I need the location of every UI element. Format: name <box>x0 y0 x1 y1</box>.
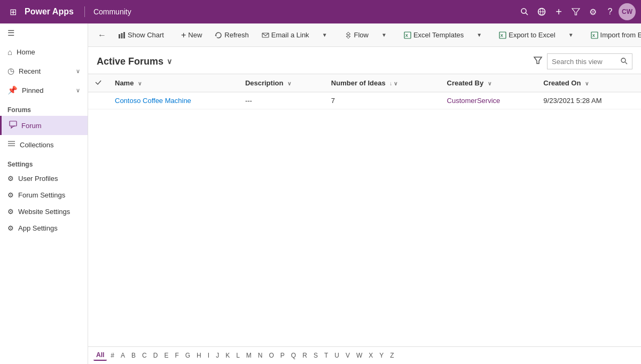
sidebar-item-forum[interactable]: Forum <box>0 116 88 135</box>
alpha-btn-r[interactable]: R <box>300 351 310 360</box>
email-link-button[interactable]: Email a Link <box>256 28 315 42</box>
community-label: Community <box>93 7 131 16</box>
search-icon[interactable] <box>516 3 533 20</box>
col-ideas[interactable]: Number of Ideas ↓ ∨ <box>325 74 441 92</box>
alpha-btn-u[interactable]: U <box>332 351 342 360</box>
alpha-btn-c[interactable]: C <box>139 351 150 360</box>
description-sort-icon: ∨ <box>287 81 291 86</box>
forum-name-link[interactable]: Contoso Coffee Machine <box>115 97 191 105</box>
recent-icon: ◷ <box>7 66 14 76</box>
row-name[interactable]: Contoso Coffee Machine <box>108 92 239 109</box>
sidebar-item-recent[interactable]: ◷ Recent ∨ <box>0 61 88 81</box>
alphabet-nav: All#ABCDEFGHIJKLMNOPQRSTUVWXYZ <box>88 346 641 364</box>
nav-divider <box>84 6 85 17</box>
help-icon[interactable]: ? <box>601 3 619 20</box>
home-label: Home <box>17 48 35 56</box>
alpha-btn-m[interactable]: M <box>244 351 254 360</box>
sidebar-item-home[interactable]: ⌂ Home <box>0 43 88 61</box>
excel-templates-chevron[interactable]: ▼ <box>471 29 487 41</box>
excel-templates-button[interactable]: X Excel Templates <box>398 28 469 42</box>
ideas-sort-icon: ↓ ∨ <box>389 81 397 86</box>
alpha-btn-q[interactable]: Q <box>288 351 299 360</box>
alpha-btn-z[interactable]: Z <box>387 351 396 360</box>
toolbar: ← Show Chart + New Refresh Email a Link … <box>88 23 641 47</box>
sidebar-item-hamburger[interactable]: ☰ <box>0 23 88 43</box>
app-settings-icon: ⚙ <box>7 224 14 232</box>
row-ideas: 7 <box>325 92 441 109</box>
data-table: Name ∨ Description ∨ Number of Ideas ↓ ∨ <box>88 74 641 346</box>
main-content: ← Show Chart + New Refresh Email a Link … <box>88 23 641 364</box>
alpha-btn-h[interactable]: H <box>194 351 204 360</box>
svg-text:X: X <box>592 34 595 37</box>
top-nav: ⊞ Power Apps Community + ⚙ ? CW <box>0 0 641 23</box>
svg-point-0 <box>521 9 526 13</box>
row-created-by[interactable]: CustomerService <box>441 92 537 109</box>
sidebar: ☰ ⌂ Home ◷ Recent ∨ 📌 Pinned ∨ Forums Fo… <box>0 23 88 364</box>
svg-line-1 <box>526 13 528 15</box>
svg-text:X: X <box>501 34 503 37</box>
globe-icon[interactable] <box>533 3 550 20</box>
created-by-link[interactable]: CustomerService <box>447 97 501 105</box>
col-created-on[interactable]: Created On ∨ <box>537 74 641 92</box>
sidebar-item-user-profiles[interactable]: ⚙ User Profiles <box>0 170 88 187</box>
waffle-icon[interactable]: ⊞ <box>5 4 20 19</box>
search-box <box>547 53 632 69</box>
flow-button[interactable]: Flow <box>339 28 374 42</box>
alpha-btn-b[interactable]: B <box>129 351 138 360</box>
alpha-btn-p[interactable]: P <box>278 351 287 360</box>
sidebar-item-website-settings[interactable]: ⚙ Website Settings <box>0 203 88 220</box>
show-chart-button[interactable]: Show Chart <box>113 28 169 42</box>
filter-icon[interactable] <box>533 56 543 67</box>
col-description[interactable]: Description ∨ <box>239 74 325 92</box>
plus-icon[interactable]: + <box>550 3 567 20</box>
row-description: --- <box>239 92 325 109</box>
sidebar-item-app-settings[interactable]: ⚙ App Settings <box>0 220 88 236</box>
view-header-right <box>533 53 632 69</box>
svg-rect-12 <box>123 32 125 38</box>
refresh-button[interactable]: Refresh <box>209 28 254 42</box>
settings-icon[interactable]: ⚙ <box>584 3 601 20</box>
alpha-btn-x[interactable]: X <box>366 351 376 360</box>
col-name[interactable]: Name ∨ <box>108 74 239 92</box>
alpha-btn-f[interactable]: F <box>172 351 181 360</box>
alpha-btn-e[interactable]: E <box>161 351 171 360</box>
alpha-btn-o[interactable]: O <box>267 351 277 360</box>
alpha-btn-g[interactable]: G <box>183 351 193 360</box>
alpha-btn-a[interactable]: A <box>118 351 128 360</box>
filter-top-icon[interactable] <box>567 3 584 20</box>
col-created-by[interactable]: Created By ∨ <box>441 74 537 92</box>
alpha-btn-d[interactable]: D <box>151 351 161 360</box>
view-title[interactable]: Active Forums ∨ <box>97 56 172 67</box>
alpha-btn-v[interactable]: V <box>343 351 353 360</box>
export-excel-button[interactable]: X Export to Excel <box>494 28 560 42</box>
avatar[interactable]: CW <box>619 3 636 20</box>
search-input[interactable] <box>552 58 617 66</box>
alpha-btn-k[interactable]: K <box>223 351 232 360</box>
alpha-btn-n[interactable]: N <box>255 351 265 360</box>
alpha-btn-y[interactable]: Y <box>377 351 386 360</box>
flow-chevron[interactable]: ▼ <box>376 29 392 41</box>
alpha-btn-j[interactable]: J <box>213 351 222 360</box>
forum-label: Forum <box>21 122 42 130</box>
alpha-btn-#[interactable]: # <box>108 351 117 360</box>
alpha-btn-w[interactable]: W <box>354 351 365 360</box>
alpha-btn-t[interactable]: T <box>322 351 331 360</box>
back-button[interactable]: ← <box>93 28 111 42</box>
view-title-chevron: ∨ <box>167 57 172 66</box>
email-link-chevron[interactable]: ▼ <box>317 29 333 41</box>
alpha-btn-i[interactable]: I <box>205 351 212 360</box>
forum-settings-label: Forum Settings <box>18 191 65 199</box>
alpha-btn-all[interactable]: All <box>93 350 107 361</box>
import-excel-button[interactable]: X Import from Excel <box>585 28 641 42</box>
sidebar-item-collections[interactable]: Collections <box>0 135 88 154</box>
sidebar-item-pinned[interactable]: 📌 Pinned ∨ <box>0 81 88 100</box>
alpha-btn-l[interactable]: L <box>233 351 243 360</box>
sidebar-item-forum-settings[interactable]: ⚙ Forum Settings <box>0 187 88 203</box>
export-excel-chevron[interactable]: ▼ <box>563 29 579 41</box>
row-check[interactable] <box>88 92 108 109</box>
recent-chevron: ∨ <box>76 68 80 75</box>
pinned-label: Pinned <box>22 86 43 94</box>
alpha-btn-s[interactable]: S <box>311 351 320 360</box>
new-button[interactable]: + New <box>176 28 207 43</box>
svg-text:X: X <box>405 34 408 37</box>
